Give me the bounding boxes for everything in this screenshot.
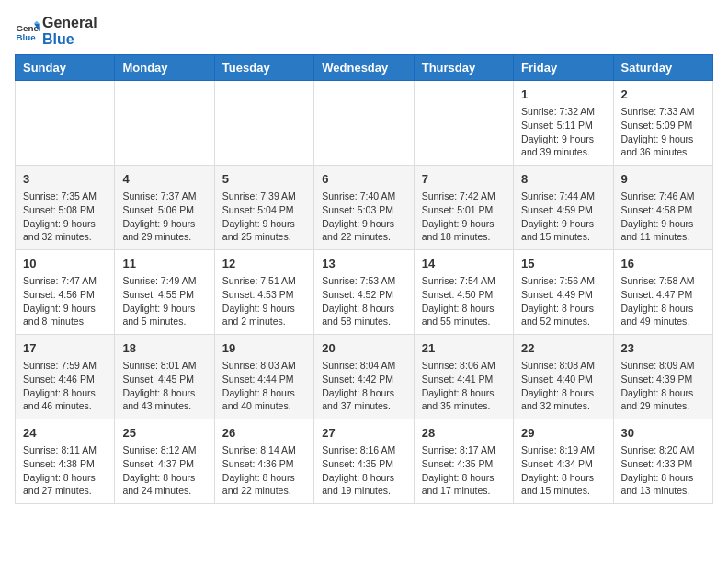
calendar-cell: 17Sunrise: 7:59 AM Sunset: 4:46 PM Dayli…: [16, 335, 115, 419]
calendar-cell: 25Sunrise: 8:12 AM Sunset: 4:37 PM Dayli…: [115, 419, 214, 503]
day-header-sunday: Sunday: [16, 55, 115, 81]
calendar-cell: [115, 81, 214, 166]
day-info: Sunrise: 7:42 AM Sunset: 5:01 PM Dayligh…: [422, 190, 506, 244]
logo-text: General Blue: [42, 15, 97, 47]
calendar-week-4: 24Sunrise: 8:11 AM Sunset: 4:38 PM Dayli…: [16, 419, 713, 503]
day-number: 28: [422, 425, 506, 442]
calendar-week-3: 17Sunrise: 7:59 AM Sunset: 4:46 PM Dayli…: [16, 335, 713, 419]
day-number: 8: [521, 171, 605, 188]
day-info: Sunrise: 8:03 AM Sunset: 4:44 PM Dayligh…: [222, 359, 306, 413]
calendar-cell: [414, 81, 513, 166]
day-number: 10: [23, 256, 107, 272]
calendar-cell: 21Sunrise: 8:06 AM Sunset: 4:41 PM Dayli…: [414, 335, 513, 419]
svg-text:Blue: Blue: [16, 31, 36, 41]
calendar-header-row: SundayMondayTuesdayWednesdayThursdayFrid…: [16, 55, 713, 81]
day-number: 5: [222, 171, 306, 188]
calendar-cell: 27Sunrise: 8:16 AM Sunset: 4:35 PM Dayli…: [314, 419, 414, 503]
day-info: Sunrise: 8:16 AM Sunset: 4:35 PM Dayligh…: [322, 443, 405, 498]
day-info: Sunrise: 8:08 AM Sunset: 4:40 PM Dayligh…: [521, 359, 605, 413]
day-info: Sunrise: 8:19 AM Sunset: 4:34 PM Dayligh…: [521, 443, 605, 498]
day-info: Sunrise: 7:35 AM Sunset: 5:08 PM Dayligh…: [23, 190, 107, 244]
day-number: 12: [222, 256, 306, 272]
calendar-cell: 23Sunrise: 8:09 AM Sunset: 4:39 PM Dayli…: [613, 335, 712, 419]
day-number: 2: [621, 86, 705, 103]
calendar-cell: 20Sunrise: 8:04 AM Sunset: 4:42 PM Dayli…: [314, 335, 414, 419]
calendar-cell: 19Sunrise: 8:03 AM Sunset: 4:44 PM Dayli…: [214, 335, 313, 419]
calendar-cell: 2Sunrise: 7:33 AM Sunset: 5:09 PM Daylig…: [613, 81, 712, 166]
day-number: 14: [422, 256, 506, 272]
calendar-cell: 12Sunrise: 7:51 AM Sunset: 4:53 PM Dayli…: [214, 250, 313, 335]
day-info: Sunrise: 8:06 AM Sunset: 4:41 PM Dayligh…: [422, 359, 506, 413]
calendar-cell: 13Sunrise: 7:53 AM Sunset: 4:52 PM Dayli…: [314, 250, 414, 335]
svg-marker-3: [34, 20, 40, 23]
calendar-week-2: 10Sunrise: 7:47 AM Sunset: 4:56 PM Dayli…: [16, 250, 713, 335]
header: General Blue General Blue: [15, 15, 713, 47]
calendar-week-0: 1Sunrise: 7:32 AM Sunset: 5:11 PM Daylig…: [16, 81, 713, 166]
day-header-thursday: Thursday: [414, 55, 513, 81]
day-info: Sunrise: 7:56 AM Sunset: 4:49 PM Dayligh…: [521, 274, 605, 328]
day-info: Sunrise: 7:44 AM Sunset: 4:59 PM Dayligh…: [521, 190, 605, 244]
day-info: Sunrise: 7:58 AM Sunset: 4:47 PM Dayligh…: [621, 274, 705, 328]
day-info: Sunrise: 7:49 AM Sunset: 4:55 PM Dayligh…: [122, 274, 206, 328]
day-info: Sunrise: 7:51 AM Sunset: 4:53 PM Dayligh…: [222, 274, 306, 328]
day-number: 25: [122, 425, 206, 442]
day-number: 16: [621, 256, 705, 272]
day-number: 26: [222, 425, 306, 442]
day-number: 29: [521, 425, 605, 442]
day-info: Sunrise: 8:01 AM Sunset: 4:45 PM Dayligh…: [122, 359, 206, 413]
day-header-saturday: Saturday: [613, 55, 712, 81]
day-number: 18: [122, 340, 206, 357]
calendar-cell: 30Sunrise: 8:20 AM Sunset: 4:33 PM Dayli…: [613, 419, 712, 503]
day-number: 13: [322, 256, 405, 272]
day-info: Sunrise: 8:09 AM Sunset: 4:39 PM Dayligh…: [621, 359, 705, 413]
calendar-cell: 1Sunrise: 7:32 AM Sunset: 5:11 PM Daylig…: [514, 81, 613, 166]
calendar-cell: 28Sunrise: 8:17 AM Sunset: 4:35 PM Dayli…: [414, 419, 513, 503]
day-number: 27: [322, 425, 405, 442]
day-number: 3: [23, 171, 107, 188]
day-info: Sunrise: 8:04 AM Sunset: 4:42 PM Dayligh…: [322, 359, 405, 413]
day-number: 22: [521, 340, 605, 357]
calendar-cell: 24Sunrise: 8:11 AM Sunset: 4:38 PM Dayli…: [16, 419, 115, 503]
calendar-cell: 9Sunrise: 7:46 AM Sunset: 4:58 PM Daylig…: [613, 166, 712, 250]
day-header-monday: Monday: [115, 55, 214, 81]
day-info: Sunrise: 7:53 AM Sunset: 4:52 PM Dayligh…: [322, 274, 405, 328]
day-number: 20: [322, 340, 405, 357]
day-number: 17: [23, 340, 107, 357]
calendar-cell: [214, 81, 313, 166]
day-info: Sunrise: 8:17 AM Sunset: 4:35 PM Dayligh…: [422, 443, 506, 498]
day-info: Sunrise: 7:54 AM Sunset: 4:50 PM Dayligh…: [422, 274, 506, 328]
day-info: Sunrise: 7:37 AM Sunset: 5:06 PM Dayligh…: [122, 190, 206, 244]
day-info: Sunrise: 7:40 AM Sunset: 5:03 PM Dayligh…: [322, 190, 405, 244]
day-number: 11: [122, 256, 206, 272]
calendar-cell: 22Sunrise: 8:08 AM Sunset: 4:40 PM Dayli…: [514, 335, 613, 419]
day-number: 21: [422, 340, 506, 357]
calendar-cell: 6Sunrise: 7:40 AM Sunset: 5:03 PM Daylig…: [314, 166, 414, 250]
calendar-cell: 7Sunrise: 7:42 AM Sunset: 5:01 PM Daylig…: [414, 166, 513, 250]
calendar-cell: 5Sunrise: 7:39 AM Sunset: 5:04 PM Daylig…: [214, 166, 313, 250]
day-info: Sunrise: 7:47 AM Sunset: 4:56 PM Dayligh…: [23, 274, 107, 328]
day-number: 9: [621, 171, 705, 188]
day-info: Sunrise: 7:59 AM Sunset: 4:46 PM Dayligh…: [23, 359, 107, 413]
day-number: 15: [521, 256, 605, 272]
calendar-cell: 10Sunrise: 7:47 AM Sunset: 4:56 PM Dayli…: [16, 250, 115, 335]
calendar-cell: 26Sunrise: 8:14 AM Sunset: 4:36 PM Dayli…: [214, 419, 313, 503]
calendar-cell: 16Sunrise: 7:58 AM Sunset: 4:47 PM Dayli…: [613, 250, 712, 335]
calendar-week-1: 3Sunrise: 7:35 AM Sunset: 5:08 PM Daylig…: [16, 166, 713, 250]
calendar-cell: [16, 81, 115, 166]
calendar-cell: 18Sunrise: 8:01 AM Sunset: 4:45 PM Dayli…: [115, 335, 214, 419]
day-info: Sunrise: 7:32 AM Sunset: 5:11 PM Dayligh…: [521, 105, 605, 159]
calendar-cell: 14Sunrise: 7:54 AM Sunset: 4:50 PM Dayli…: [414, 250, 513, 335]
day-number: 7: [422, 171, 506, 188]
day-header-tuesday: Tuesday: [214, 55, 313, 81]
calendar-cell: [314, 81, 414, 166]
day-info: Sunrise: 8:11 AM Sunset: 4:38 PM Dayligh…: [23, 443, 107, 498]
day-number: 19: [222, 340, 306, 357]
calendar-cell: 15Sunrise: 7:56 AM Sunset: 4:49 PM Dayli…: [514, 250, 613, 335]
day-header-friday: Friday: [514, 55, 613, 81]
day-info: Sunrise: 8:20 AM Sunset: 4:33 PM Dayligh…: [621, 443, 705, 498]
logo-icon: General Blue: [15, 18, 40, 44]
day-number: 4: [122, 171, 206, 188]
calendar-cell: 4Sunrise: 7:37 AM Sunset: 5:06 PM Daylig…: [115, 166, 214, 250]
day-info: Sunrise: 7:33 AM Sunset: 5:09 PM Dayligh…: [621, 105, 705, 159]
day-info: Sunrise: 7:39 AM Sunset: 5:04 PM Dayligh…: [222, 190, 306, 244]
